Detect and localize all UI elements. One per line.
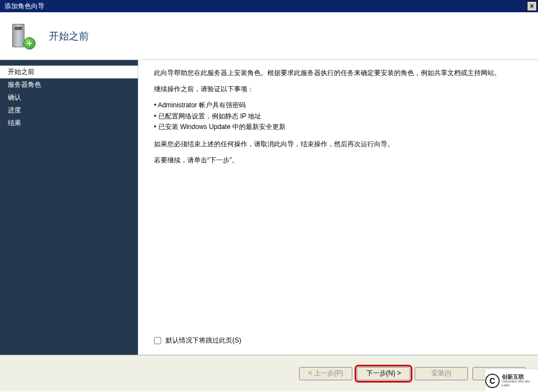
sidebar-item-label: 确认	[8, 93, 21, 101]
sidebar-item-label: 开始之前	[8, 68, 34, 76]
wizard-body: 开始之前 服务器角色 确认 进度 结果 此向导帮助您在此服务器上安装角色。根据要…	[0, 60, 538, 355]
cancel-note: 如果您必须结束上述的任何操作，请取消此向导，结束操作，然后再次运行向导。	[154, 139, 522, 150]
skip-page-label[interactable]: 默认情况下将跳过此页(S)	[166, 335, 241, 346]
sidebar-item-server-roles[interactable]: 服务器角色	[0, 78, 138, 91]
next-button[interactable]: 下一步(N) >	[357, 367, 410, 380]
close-button[interactable]: ×	[527, 1, 537, 11]
bullet-item: 已配置网络设置，例如静态 IP 地址	[154, 111, 522, 122]
intro-text: 此向导帮助您在此服务器上安装角色。根据要求此服务器执行的任务来确定要安装的角色，…	[154, 68, 522, 78]
watermark: C 创新互联 CHUANG XIN HU LIAN	[485, 369, 538, 392]
sidebar-item-confirmation[interactable]: 确认	[0, 91, 138, 104]
close-icon: ×	[530, 2, 534, 10]
sidebar-item-label: 结果	[8, 119, 21, 127]
window-title: 添加角色向导	[1, 2, 44, 11]
wizard-footer: < 上一步(P) 下一步(N) > 安装(I) 取消	[0, 355, 538, 391]
bullet-list: Administrator 帐户具有强密码 已配置网络设置，例如静态 IP 地址…	[154, 100, 522, 132]
wizard-content: 此向导帮助您在此服务器上安装角色。根据要求此服务器执行的任务来确定要安装的角色，…	[138, 60, 538, 355]
sidebar-item-before-you-begin[interactable]: 开始之前	[0, 66, 138, 78]
skip-page-checkbox[interactable]	[154, 337, 161, 344]
titlebar: 添加角色向导 ×	[0, 0, 538, 12]
watermark-text: 创新互联 CHUANG XIN HU LIAN	[502, 374, 538, 387]
sidebar-item-results[interactable]: 结果	[0, 117, 138, 130]
watermark-logo-icon: C	[485, 374, 500, 388]
sidebar-item-label: 服务器角色	[8, 81, 41, 88]
verify-intro: 继续操作之前，请验证以下事项：	[154, 84, 522, 95]
sidebar-item-progress[interactable]: 进度	[0, 104, 138, 117]
bullet-item: 已安装 Windows Update 中的最新安全更新	[154, 122, 522, 132]
continue-note: 若要继续，请单击“下一步”。	[154, 155, 522, 166]
install-button[interactable]: 安装(I)	[415, 367, 468, 380]
page-title: 开始之前	[49, 29, 89, 43]
sidebar-item-label: 进度	[8, 106, 21, 114]
wizard-sidebar: 开始之前 服务器角色 确认 进度 结果	[0, 60, 138, 355]
skip-page-row: 默认情况下将跳过此页(S)	[154, 335, 241, 346]
bullet-item: Administrator 帐户具有强密码	[154, 100, 522, 111]
previous-button[interactable]: < 上一步(P)	[299, 367, 352, 380]
server-add-icon: +	[9, 23, 36, 49]
wizard-header: + 开始之前	[0, 12, 538, 60]
